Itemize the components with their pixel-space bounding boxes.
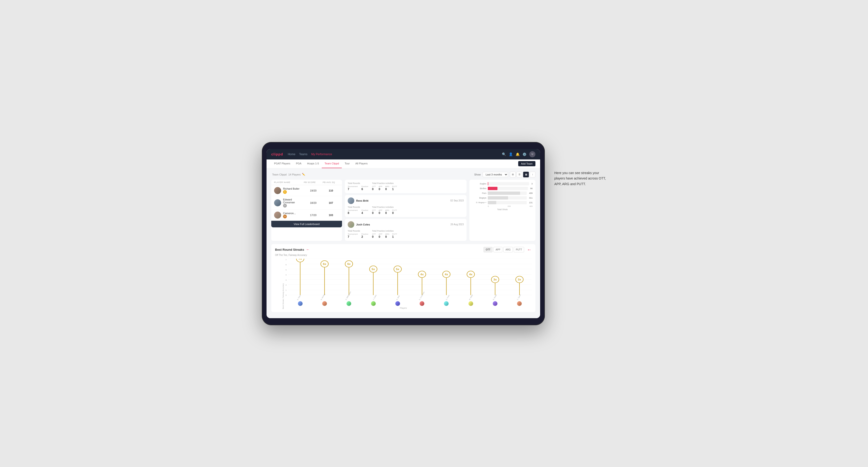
card-view-btn[interactable]: ▦ [523, 172, 529, 177]
nav-teams[interactable]: Teams [299, 152, 307, 157]
streak-chart-container: 7 6 5 4 3 2 1 0 Best Streak, Fairway Acc… [275, 259, 532, 306]
bar-val-eagles: 3 [531, 183, 533, 185]
svg-text:6x: 6x [323, 262, 326, 266]
bar-track-birdies [488, 187, 528, 190]
bar-label-bogeys: Bogeys [472, 197, 486, 199]
streaks-subtitle: Off The Tee, Fairway Accuracy [275, 254, 532, 256]
sub-nav-pgat[interactable]: PGAT Players [271, 159, 293, 168]
svg-text:7x: 7x [299, 259, 302, 260]
streaks-header: Best Round Streaks ← OTT APP ARG PUTT ← [275, 247, 532, 252]
bar-val-double: 131 [529, 201, 533, 204]
bar-track-pars [488, 191, 527, 195]
avatar-crossman [420, 301, 424, 306]
avatar-miller [468, 301, 473, 306]
filter-putt-button[interactable]: PUTT [514, 247, 524, 252]
putt-stat: PUTT 1 [392, 185, 397, 191]
bar-label-eagles: Eagles [472, 183, 486, 185]
sub-nav-all-players[interactable]: All Players [352, 159, 371, 168]
player-info: Edward Crossman 2 [274, 198, 304, 208]
rees-card-header: Rees Britt 02 Sep 2023 [348, 197, 464, 204]
bar-label-pars: Pars [472, 192, 486, 194]
rees-practice-group: Total Practice Activities OTT0 APP0 ARG0… [372, 206, 397, 215]
player-info: Richard Butler 1 [274, 187, 304, 194]
ott-val: 0 [372, 187, 376, 191]
josh-tournament-val: 7 [348, 235, 358, 239]
josh-avatar [348, 221, 354, 228]
filter-arg-button[interactable]: ARG [503, 247, 513, 252]
three-col-layout: PLAYER NAME PB SCORE PB AVG SQ Richard B… [271, 180, 535, 241]
bar-track-double [488, 201, 527, 204]
y-label-7: 7 [286, 259, 286, 261]
josh-card-header: Josh Coles 26 Aug 2023 [348, 221, 464, 228]
bar-track-eagles [488, 182, 529, 185]
svg-text:3x: 3x [493, 278, 497, 281]
avatar-ebert [298, 301, 303, 306]
detail-view-btn[interactable]: ↕ [530, 172, 535, 177]
player-card-0: Total Rounds Tournament 7 Practice 6 [345, 180, 467, 193]
bar-track-bogeys [488, 196, 527, 199]
settings-icon[interactable]: ⚙️ [522, 152, 526, 156]
nav-my-performance[interactable]: My Performance [311, 152, 332, 157]
view-full-leaderboard-button[interactable]: View Full Leaderboard [271, 221, 342, 227]
svg-text:6x: 6x [347, 262, 350, 266]
filter-ott-button[interactable]: OTT [484, 247, 493, 252]
sub-nav-pga[interactable]: PGA [293, 159, 304, 168]
svg-text:5x: 5x [372, 268, 375, 271]
bar-chart-rows: Eagles 3 Birdies 96 [472, 182, 533, 204]
x-axis-players-label: Players [275, 307, 532, 309]
bar-x-0: 0 [488, 205, 489, 207]
rees-arg-label: ARG [385, 209, 389, 211]
user-icon[interactable]: 👤 [509, 152, 513, 156]
josh-putt-val: 1 [392, 235, 397, 239]
tablet-screen: clippd Home Teams My Performance 🔍 👤 🔔 ⚙… [267, 149, 540, 318]
josh-putt-label: PUTT [392, 233, 397, 235]
show-label: Show [474, 173, 481, 176]
user-avatar[interactable]: U [529, 151, 535, 157]
sub-nav-hcaps[interactable]: Hcaps 1-5 [304, 159, 322, 168]
sub-nav-team-clippd[interactable]: Team Clippd [322, 159, 342, 168]
player-card-rees: Rees Britt 02 Sep 2023 Total Rounds Tour… [345, 195, 467, 217]
bar-row-birdies: Birdies 96 [472, 187, 533, 190]
y-axis: 7 6 5 4 3 2 1 0 [275, 259, 288, 297]
rees-practice-val: 4 [361, 211, 368, 215]
avatar [274, 187, 281, 194]
rank-badge: 1 [283, 190, 287, 194]
edit-icon[interactable]: ✏️ [302, 173, 305, 176]
arg-val: 0 [385, 187, 389, 191]
rees-tournament-label: Tournament [348, 209, 358, 211]
total-rounds-label: Total Rounds [348, 182, 368, 184]
bar-val-pars: 499 [529, 192, 533, 194]
sub-nav-tour[interactable]: Tour [342, 159, 352, 168]
view-icons: ⊞ ☰ ▦ ↕ [510, 172, 535, 177]
ott-label: OTT [372, 185, 376, 187]
josh-app-label: APP [379, 233, 382, 235]
add-team-button[interactable]: Add Team [518, 161, 535, 166]
josh-name: Josh Coles [356, 223, 370, 226]
list-view-btn[interactable]: ☰ [517, 172, 522, 177]
tournament-val: 7 [348, 187, 358, 191]
app-stat: APP 0 [379, 185, 382, 191]
total-rounds-group: Total Rounds Tournament 7 Practice 6 [348, 182, 368, 191]
bar-chart-card: Eagles 3 Birdies 96 [469, 180, 535, 241]
total-practice-group: Total Practice Activities OTT 0 APP 0 [372, 182, 397, 191]
y-label-0: 0 [286, 294, 286, 296]
grid-view-btn[interactable]: ⊞ [510, 172, 516, 177]
bar-x-200: 200 [507, 205, 511, 207]
bell-icon[interactable]: 🔔 [516, 152, 520, 156]
y-label-3: 3 [286, 279, 286, 281]
josh-arg-label: ARG [385, 233, 389, 235]
nav-home[interactable]: Home [288, 152, 295, 157]
avatar-butler [493, 301, 497, 306]
josh-practice-val: 2 [361, 235, 368, 239]
rees-app-label: APP [379, 209, 382, 211]
bar-x-400: 400 [530, 205, 533, 207]
search-icon[interactable]: 🔍 [502, 152, 506, 156]
pb-avg: 107 [323, 201, 339, 204]
rees-name: Rees Britt [356, 199, 368, 202]
streaks-title: Best Round Streaks [275, 248, 304, 251]
filter-app-button[interactable]: APP [493, 247, 502, 252]
time-filter-select[interactable]: Last 3 months Last 6 months Last year [483, 172, 508, 177]
putt-val: 1 [392, 187, 397, 191]
avatar-ford [444, 301, 448, 306]
player-card-josh: Josh Coles 26 Aug 2023 Total Rounds Tour… [345, 219, 467, 241]
